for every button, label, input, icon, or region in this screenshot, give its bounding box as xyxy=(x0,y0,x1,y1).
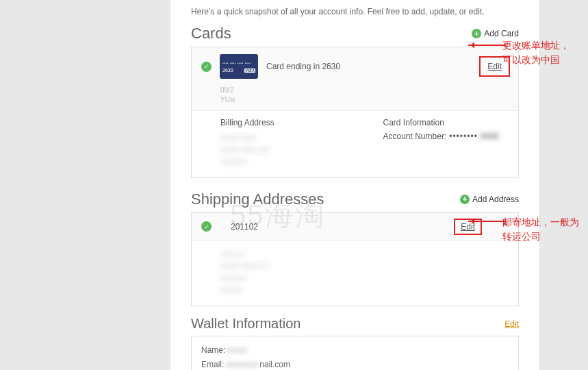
address-box: ✓ 201102 Edit ⌃ xxxx xx xxxxx xxxxx xx x… xyxy=(191,212,519,306)
wallet-title: Wallet Information xyxy=(191,316,301,332)
arrow-icon xyxy=(468,45,506,46)
add-card-button[interactable]: + Add Card xyxy=(472,29,519,38)
wallet-name-label: Name: xyxy=(201,343,225,357)
plus-icon: + xyxy=(472,29,481,38)
address-value: xxxx xx xxxxx xxxxx xx xxxxxxx xxxxxx xyxy=(220,248,509,296)
annotation-billing: 更改账单地址， 可以改为中国 xyxy=(502,38,588,67)
card-graphic: •••• •••• •••• •••• 2630 VISA xyxy=(220,54,258,79)
billing-address-title: Billing Address xyxy=(220,118,356,127)
card-label: Card ending in 2630 xyxy=(266,62,340,71)
wallet-email-suffix: nail.com xyxy=(259,358,290,370)
intro-text: Here's a quick snapshot of all your acco… xyxy=(191,7,519,16)
account-number-label: Account Number: xyxy=(383,132,447,141)
cc-last4: 2630 xyxy=(222,68,233,73)
check-icon: ✓ xyxy=(201,62,212,72)
card-details: Billing Address xxxxx xxxx xxxxx xxxx xx… xyxy=(192,110,518,177)
shipping-header: Shipping Addresses + Add Address xyxy=(191,190,519,208)
address-row: ✓ 201102 Edit ⌃ xyxy=(192,213,518,241)
card-meta: 09/2 YUxi xyxy=(192,86,518,110)
shipping-title: Shipping Addresses xyxy=(191,190,324,208)
card-box: ✓ •••• •••• •••• •••• 2630 VISA Card end… xyxy=(191,47,519,178)
visa-icon: VISA xyxy=(244,69,255,73)
wallet-email-label: Email: xyxy=(201,358,224,370)
card-row: ✓ •••• •••• •••• •••• 2630 VISA Card end… xyxy=(192,47,518,86)
account-number-mask: •••••••• xyxy=(449,132,478,141)
add-address-button[interactable]: + Add Address xyxy=(460,195,519,204)
annotation-shipping: 邮寄地址，一般为 转运公司 xyxy=(502,215,588,244)
address-details: xxxx xx xxxxx xxxxx xx xxxxxxx xxxxxx xyxy=(192,241,518,306)
cc-strip: •••• •••• •••• •••• xyxy=(222,61,255,65)
wallet-email-blur: xxxxxxxx xyxy=(225,358,258,370)
wallet-fields: Name: xxxxx Email: xxxxxxxx nail.com Pho… xyxy=(201,343,290,370)
wallet-box: Name: xxxxx Email: xxxxxxxx nail.com Pho… xyxy=(191,336,519,370)
edit-wallet-link[interactable]: Edit xyxy=(504,319,519,329)
plus-icon: + xyxy=(460,195,470,204)
address-code: 201102 xyxy=(231,222,258,232)
billing-address-value: xxxxx xxxx xxxxx xxxx xxx xxxxxxx xyxy=(220,132,356,168)
add-address-label: Add Address xyxy=(472,195,519,204)
cards-header: Cards + Add Card xyxy=(191,25,519,42)
account-number-last: 0000 xyxy=(481,132,499,141)
check-icon: ✓ xyxy=(201,221,212,232)
arrow-icon xyxy=(468,221,506,222)
wallet-header: Wallet Information Edit xyxy=(191,316,519,332)
card-information-title: Card Information xyxy=(383,118,519,127)
add-card-label: Add Card xyxy=(484,29,519,38)
account-number-row: Account Number: •••••••• 0000 xyxy=(383,132,519,141)
cards-title: Cards xyxy=(191,25,231,42)
wallet-name-value: xxxxx xyxy=(227,343,247,357)
